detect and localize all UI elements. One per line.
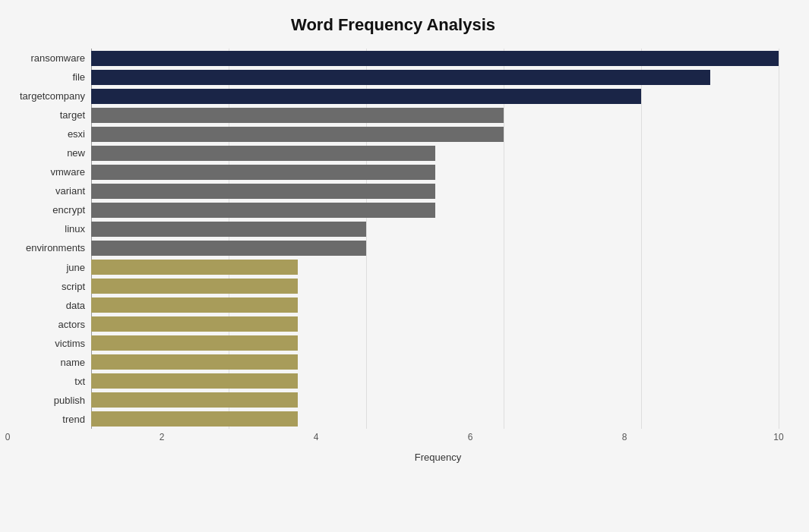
- bar-variant: [91, 184, 435, 199]
- bar-ransomware: [91, 51, 779, 66]
- bar-row-targetcompany: [91, 87, 779, 105]
- bar-row-actors: [91, 315, 779, 334]
- bar-environments: [91, 241, 366, 256]
- y-label-environments: environments: [8, 238, 85, 257]
- x-tick-10: 10: [773, 432, 783, 442]
- bar-data: [91, 297, 298, 313]
- bar-row-encrypt: [91, 200, 779, 219]
- y-label-esxi: esxi: [8, 124, 85, 143]
- bar-june: [91, 260, 298, 275]
- y-label-new: new: [8, 143, 85, 162]
- bar-new: [91, 146, 435, 161]
- bars-area: [91, 49, 779, 429]
- bar-publish: [91, 392, 298, 408]
- chart-title: Word Frequency Analysis: [8, 15, 779, 35]
- y-label-script: script: [8, 277, 85, 296]
- bar-row-publish: [91, 391, 779, 410]
- y-label-ransomware: ransomware: [8, 49, 85, 68]
- y-label-actors: actors: [8, 315, 85, 334]
- bar-target: [91, 108, 504, 123]
- x-tick-2: 2: [160, 432, 165, 442]
- grid-line-10: [779, 49, 779, 429]
- bar-targetcompany: [91, 89, 641, 104]
- bar-row-script: [91, 277, 779, 296]
- y-label-vmware: vmware: [8, 162, 85, 181]
- bar-esxi: [91, 127, 504, 142]
- bar-vmware: [91, 165, 435, 180]
- bar-script: [91, 279, 298, 294]
- y-label-trend: trend: [8, 410, 85, 429]
- bar-txt: [91, 373, 298, 389]
- y-label-targetcompany: targetcompany: [8, 87, 85, 105]
- bar-row-target: [91, 105, 779, 124]
- x-tick-4: 4: [314, 432, 319, 442]
- y-label-june: june: [8, 258, 85, 277]
- y-label-victims: victims: [8, 334, 85, 353]
- y-axis-labels: ransomwarefiletargetcompanytargetesxinew…: [8, 49, 91, 429]
- bar-row-new: [91, 143, 779, 162]
- bar-row-victims: [91, 334, 779, 353]
- y-label-linux: linux: [8, 219, 85, 238]
- chart-container: Word Frequency Analysis ransomwarefileta…: [0, 0, 809, 532]
- y-label-variant: variant: [8, 181, 85, 200]
- bar-row-data: [91, 296, 779, 315]
- bar-row-name: [91, 353, 779, 372]
- bar-row-vmware: [91, 162, 779, 181]
- bar-row-file: [91, 68, 779, 87]
- bar-encrypt: [91, 203, 435, 218]
- bar-linux: [91, 222, 366, 237]
- bar-actors: [91, 316, 298, 332]
- x-axis-label: Frequency: [8, 452, 779, 463]
- x-tick-8: 8: [622, 432, 627, 442]
- bar-name: [91, 354, 298, 370]
- y-label-target: target: [8, 105, 85, 124]
- bar-file: [91, 70, 710, 85]
- y-label-encrypt: encrypt: [8, 200, 85, 219]
- y-label-file: file: [8, 68, 85, 87]
- y-label-txt: txt: [8, 372, 85, 391]
- bar-row-trend: [91, 410, 779, 429]
- bar-row-ransomware: [91, 49, 779, 68]
- x-tick-6: 6: [468, 432, 473, 442]
- x-tick-0: 0: [5, 432, 11, 442]
- x-axis-ticks: 0246810: [8, 432, 779, 449]
- y-label-name: name: [8, 353, 85, 372]
- bar-row-esxi: [91, 124, 779, 143]
- bar-row-variant: [91, 181, 779, 200]
- bar-row-environments: [91, 238, 779, 257]
- bar-trend: [91, 411, 298, 427]
- y-label-publish: publish: [8, 391, 85, 410]
- bar-row-june: [91, 258, 779, 277]
- bar-victims: [91, 335, 298, 351]
- bar-row-txt: [91, 372, 779, 391]
- y-label-data: data: [8, 296, 85, 315]
- bar-row-linux: [91, 219, 779, 238]
